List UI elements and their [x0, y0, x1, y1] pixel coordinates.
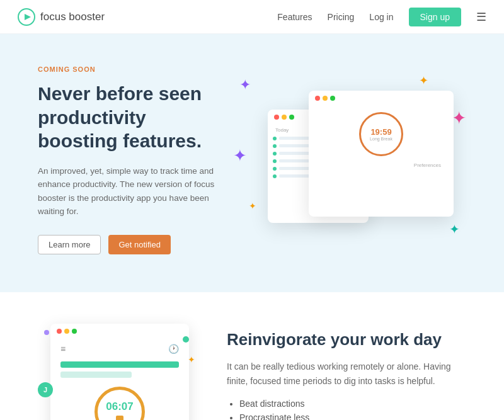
- hamburger-menu-icon[interactable]: ☰: [476, 10, 486, 24]
- clock-icon: 🕐: [168, 344, 179, 354]
- dot-green: [72, 329, 77, 334]
- timer2-circle: 06:07: [94, 387, 145, 420]
- sparkle-icon: ✦: [233, 147, 247, 164]
- row-dot: [273, 152, 277, 156]
- timer-label: Long Break: [370, 137, 392, 141]
- hamburger-icon: ≡: [60, 344, 66, 354]
- timer-circle: 19:59 Long Break: [359, 112, 403, 156]
- dot-green: [330, 96, 335, 101]
- navigation: focus booster Features Pricing Log in Si…: [0, 0, 504, 34]
- dot-yellow: [64, 329, 69, 334]
- dot-red: [274, 115, 279, 120]
- main-window-content: 19:59 Long Break Preferences: [309, 112, 454, 176]
- deco-dot: [44, 330, 49, 335]
- stop-button[interactable]: [116, 416, 123, 420]
- section2-title: Reinvigorate your work day: [227, 330, 466, 349]
- main-app-window: 19:59 Long Break Preferences: [309, 91, 454, 217]
- svg-marker-1: [25, 14, 31, 20]
- window-dots: [309, 91, 454, 106]
- nav-links: Features Pricing Log in Sign up ☰: [277, 8, 486, 26]
- hero-content: COMING SOON Never before seen productivi…: [38, 65, 227, 254]
- coming-soon-badge: COMING SOON: [38, 65, 227, 73]
- preferences-label: Preferences: [316, 162, 446, 168]
- sparkle-icon: ✦: [249, 201, 256, 210]
- row-dot: [273, 144, 277, 148]
- hero-illustration: ✦ ✦ ✦ ✦ ✦ ✦ Today: [227, 72, 466, 248]
- hero-section: COMING SOON Never before seen productivi…: [0, 34, 504, 292]
- window-dots: [50, 324, 189, 339]
- section2-description: It can be really tedious working remotel…: [227, 360, 466, 389]
- dot-red: [315, 96, 320, 101]
- logo[interactable]: focus booster: [18, 8, 105, 26]
- user-badge: J: [38, 382, 53, 397]
- app2-wrapper: ✦ J ≡ 🕐 06:07 🕐: [38, 324, 189, 420]
- sparkle-icon: ✦: [452, 110, 466, 127]
- dot-green: [289, 115, 294, 120]
- dot-yellow: [323, 96, 328, 101]
- brand-name: focus booster: [40, 11, 105, 23]
- sparkle-icon: ✦: [239, 78, 251, 92]
- reinvigorate-content: Reinvigorate your work day It can be rea…: [227, 324, 466, 420]
- hero-buttons: Learn more Get notified: [38, 235, 227, 254]
- get-notified-button[interactable]: Get notified: [108, 235, 171, 254]
- app2-content: ≡ 🕐 06:07: [50, 339, 189, 420]
- nav-features[interactable]: Features: [277, 12, 312, 22]
- hero-description: An improved, yet, simple way to track ti…: [38, 164, 227, 219]
- row-dot: [273, 159, 277, 163]
- benefit-item: Procrastinate less: [239, 412, 466, 420]
- learn-more-button[interactable]: Learn more: [38, 235, 101, 254]
- dot-red: [57, 329, 62, 334]
- timer-display: 19:59: [370, 127, 391, 137]
- nav-pricing[interactable]: Pricing: [328, 12, 355, 22]
- signup-button[interactable]: Sign up: [409, 8, 461, 26]
- nav-login[interactable]: Log in: [369, 12, 393, 22]
- row-dot: [273, 174, 277, 178]
- sparkle-icon: ✦: [419, 75, 428, 86]
- app2-header: ≡ 🕐: [60, 344, 179, 354]
- timer-app-window: ≡ 🕐 06:07: [50, 324, 189, 420]
- benefits-list: Beat distractions Procrastinate less Sta…: [227, 399, 466, 420]
- sparkle-icon: ✦: [449, 223, 460, 236]
- benefit-item: Beat distractions: [239, 399, 466, 409]
- row-dot: [273, 167, 277, 171]
- logo-icon: [18, 8, 35, 26]
- dot-yellow: [282, 115, 287, 120]
- hero-title: Never before seen productivity boosting …: [38, 82, 227, 153]
- row-dot: [273, 137, 277, 140]
- task-bar-secondary: [60, 372, 132, 378]
- reinvigorate-section: ✦ J ≡ 🕐 06:07 🕐: [0, 292, 504, 420]
- deco-dot: [183, 336, 189, 343]
- timer2-display: 06:07: [106, 400, 133, 413]
- task-bar-primary: [60, 361, 179, 368]
